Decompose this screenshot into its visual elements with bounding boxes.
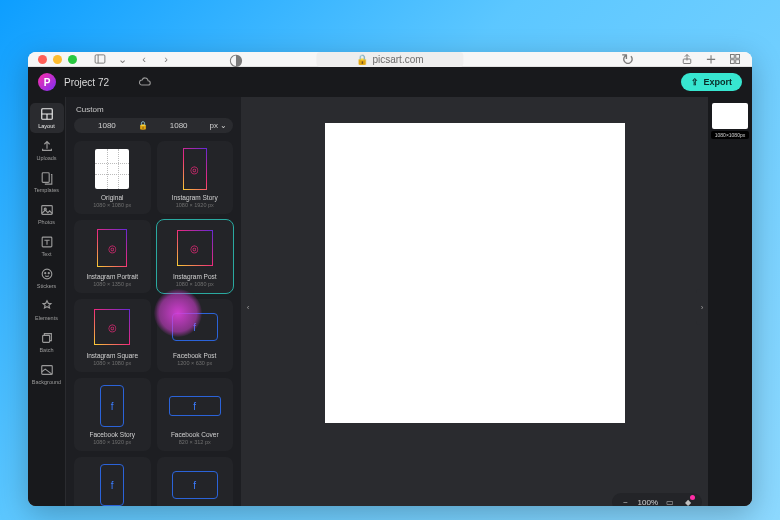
preset-thumb — [84, 147, 140, 191]
preset-name: Facebook Post — [173, 352, 216, 359]
sidebar-toggle-icon[interactable] — [93, 52, 107, 66]
app-logo[interactable]: P — [38, 73, 56, 91]
preset-dims: 1080 × 1920 px — [176, 202, 214, 208]
svg-rect-11 — [41, 206, 52, 215]
preset-dims: 820 × 312 px — [179, 439, 211, 445]
preset-card[interactable]: Original1080 × 1080 px — [74, 141, 151, 214]
preset-card[interactable]: fFacebook Story1080 × 1920 px — [74, 378, 151, 451]
rail-item-label: Templates — [34, 187, 59, 193]
rail-item-label: Elements — [35, 315, 58, 321]
unit-select[interactable]: px ⌄ — [210, 121, 227, 130]
preset-name: Instagram Story — [172, 194, 218, 201]
app-header: P Project 72 ⇪ Export — [28, 67, 752, 97]
rail-item-label: Stickers — [37, 283, 57, 289]
preset-name: Facebook Cover — [171, 431, 219, 438]
panel-collapse-left[interactable]: ‹ — [242, 289, 254, 325]
preset-dims: 1200 × 630 px — [177, 360, 212, 366]
svg-rect-17 — [42, 335, 49, 342]
layout-panel: Custom 🔒 px ⌄ Original1080 × 1080 px◎Ins… — [66, 97, 242, 506]
preset-card[interactable]: ◎Instagram Story1080 × 1920 px — [157, 141, 234, 214]
notification-dot — [690, 495, 695, 500]
rail-item-label: Batch — [39, 347, 53, 353]
layout-icon — [40, 107, 54, 121]
lock-icon: 🔒 — [356, 54, 368, 65]
url-text: picsart.com — [372, 54, 423, 65]
preset-thumb: ◎ — [84, 226, 140, 270]
window-zoom-dot[interactable] — [68, 55, 77, 64]
rail-item-background[interactable]: Background — [30, 359, 64, 389]
browser-titlebar: ⌄ ‹ › ◑ 🔒 picsart.com ↻ ＋ — [28, 52, 752, 67]
rail-item-photos[interactable]: Photos — [30, 199, 64, 229]
preset-thumb: f — [84, 384, 140, 428]
background-icon — [40, 363, 54, 377]
nav-back-icon[interactable]: ‹ — [137, 52, 151, 66]
lock-aspect-icon[interactable]: 🔒 — [138, 121, 148, 130]
zoom-value[interactable]: 100% — [638, 498, 658, 507]
canvas-thumbnail[interactable] — [712, 103, 748, 129]
text-icon — [40, 235, 54, 249]
chevron-down-icon[interactable]: ⌄ — [115, 52, 129, 66]
svg-point-16 — [48, 273, 49, 274]
rail-item-layout[interactable]: Layout — [30, 103, 64, 133]
preset-thumb: f — [167, 463, 223, 506]
zoom-out-icon[interactable]: − — [620, 496, 632, 506]
canvas[interactable] — [325, 123, 625, 423]
preset-card[interactable]: fFacebook Cover820 × 312 px — [157, 378, 234, 451]
window-close-dot[interactable] — [38, 55, 47, 64]
preset-dims: 1080 × 1350 px — [93, 281, 131, 287]
svg-rect-5 — [731, 60, 735, 64]
preset-thumb: ◎ — [167, 147, 223, 191]
svg-rect-6 — [736, 60, 740, 64]
zoom-fit-icon[interactable]: ▭ — [664, 496, 676, 506]
photos-icon — [40, 203, 54, 217]
height-input[interactable] — [152, 121, 206, 130]
preset-card[interactable]: f — [74, 457, 151, 506]
rail-item-uploads[interactable]: Uploads — [30, 135, 64, 165]
rail-item-label: Uploads — [36, 155, 56, 161]
export-button[interactable]: ⇪ Export — [681, 73, 742, 91]
preset-card[interactable]: ◎Instagram Portrait1080 × 1350 px — [74, 220, 151, 293]
width-input[interactable] — [80, 121, 134, 130]
preset-card[interactable]: ◎Instagram Post1080 × 1080 px — [157, 220, 234, 293]
svg-rect-0 — [95, 55, 105, 63]
preset-thumb: f — [84, 463, 140, 506]
share-icon[interactable] — [680, 52, 694, 66]
export-icon: ⇪ — [691, 77, 699, 87]
tabs-overview-icon[interactable] — [728, 52, 742, 66]
preset-thumb: f — [167, 305, 223, 349]
preset-name: Instagram Portrait — [86, 273, 138, 280]
rail-item-elements[interactable]: Elements — [30, 295, 64, 325]
svg-rect-10 — [42, 173, 49, 183]
project-name[interactable]: Project 72 — [64, 77, 109, 88]
cloud-sync-icon[interactable] — [138, 75, 152, 89]
preset-card[interactable]: ◎Instagram Square1080 × 1080 px — [74, 299, 151, 372]
preset-thumb: ◎ — [167, 226, 223, 270]
rail-item-label: Text — [41, 251, 51, 257]
window-minimize-dot[interactable] — [53, 55, 62, 64]
stickers-icon — [40, 267, 54, 281]
notifications-icon[interactable]: ◆ — [682, 496, 694, 506]
preset-card[interactable]: f — [157, 457, 234, 506]
preset-dims: 1080 × 1080 px — [93, 202, 131, 208]
custom-dimensions-row: 🔒 px ⌄ — [74, 118, 233, 133]
rail-item-templates[interactable]: Templates — [30, 167, 64, 197]
app-root: P Project 72 ⇪ Export LayoutUploadsTempl… — [28, 67, 752, 506]
rail-item-batch[interactable]: Batch — [30, 327, 64, 357]
shield-icon[interactable]: ◑ — [229, 52, 243, 66]
rail-item-stickers[interactable]: Stickers — [30, 263, 64, 293]
reload-icon[interactable]: ↻ — [620, 52, 634, 66]
new-tab-icon[interactable]: ＋ — [704, 52, 718, 66]
templates-icon — [40, 171, 54, 185]
panel-collapse-right[interactable]: › — [696, 289, 708, 325]
rail-item-text[interactable]: Text — [30, 231, 64, 261]
svg-point-15 — [44, 273, 45, 274]
preset-dims: 1080 × 1080 px — [93, 360, 131, 366]
preset-card[interactable]: fFacebook Post1200 × 630 px — [157, 299, 234, 372]
right-panel: 1080×1080px — [708, 97, 752, 506]
preset-thumb: ◎ — [84, 305, 140, 349]
url-bar[interactable]: 🔒 picsart.com — [316, 52, 463, 67]
preset-name: Facebook Story — [89, 431, 135, 438]
elements-icon — [40, 299, 54, 313]
nav-forward-icon[interactable]: › — [159, 52, 173, 66]
canvas-area[interactable] — [242, 97, 708, 506]
